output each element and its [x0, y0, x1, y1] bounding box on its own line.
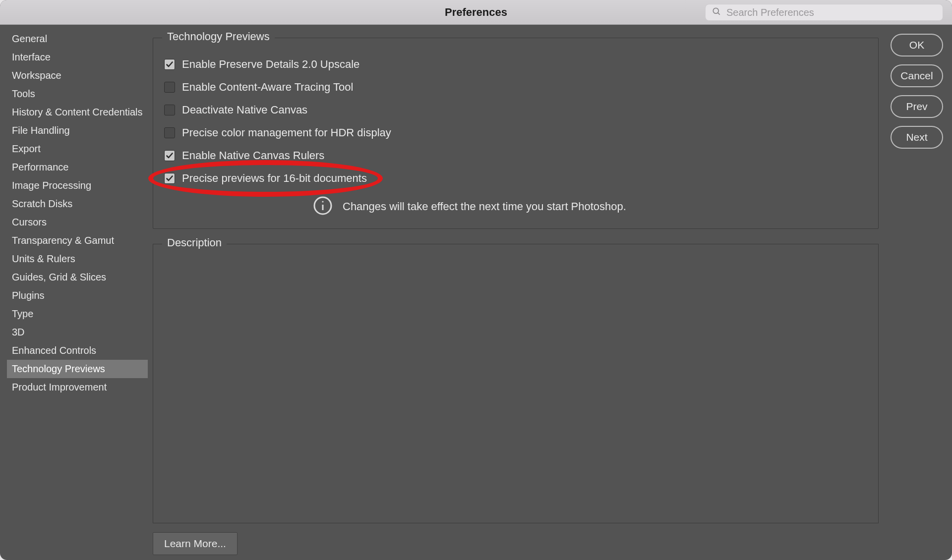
- ok-button[interactable]: OK: [891, 34, 943, 56]
- checkbox[interactable]: [164, 82, 175, 93]
- learn-more-button[interactable]: Learn More...: [153, 532, 238, 555]
- options-list: Enable Preserve Details 2.0 UpscaleEnabl…: [164, 53, 867, 190]
- option-label: Deactivate Native Canvas: [182, 104, 307, 116]
- sidebar-item[interactable]: Units & Rulers: [7, 250, 148, 268]
- info-row: Changes will take effect the next time y…: [313, 196, 867, 218]
- option-label: Enable Content-Aware Tracing Tool: [182, 81, 353, 94]
- sidebar-item[interactable]: Interface: [7, 48, 148, 66]
- window-body: GeneralInterfaceWorkspaceToolsHistory & …: [0, 25, 952, 560]
- option-label: Enable Native Canvas Rulers: [182, 149, 324, 162]
- description-group: Description: [153, 244, 879, 523]
- checkbox[interactable]: [164, 150, 175, 161]
- sidebar-item[interactable]: Enhanced Controls: [7, 341, 148, 360]
- sidebar-item[interactable]: Transparency & Gamut: [7, 231, 148, 250]
- checkbox[interactable]: [164, 127, 175, 138]
- sidebar-item[interactable]: Plugins: [7, 286, 148, 305]
- group-legend: Technology Previews: [162, 30, 275, 43]
- search-icon: [712, 6, 721, 18]
- sidebar-item[interactable]: Performance: [7, 158, 148, 176]
- checkbox[interactable]: [164, 59, 175, 70]
- checkbox[interactable]: [164, 105, 175, 115]
- description-legend: Description: [162, 236, 227, 249]
- sidebar-item[interactable]: File Handling: [7, 121, 148, 140]
- sidebar-item[interactable]: Tools: [7, 85, 148, 103]
- main-panel: Technology Previews Enable Preserve Deta…: [148, 25, 888, 560]
- sidebar-item[interactable]: Cursors: [7, 213, 148, 231]
- info-icon: [313, 196, 333, 218]
- sidebar-item[interactable]: Type: [7, 305, 148, 323]
- option-row: Precise color management for HDR display: [164, 121, 867, 144]
- window-title: Preferences: [445, 6, 507, 19]
- preferences-window: Preferences GeneralInterfaceWorkspaceToo…: [0, 0, 952, 560]
- option-label: Precise color management for HDR display: [182, 126, 391, 139]
- option-label: Precise previews for 16-bit documents: [182, 172, 367, 185]
- info-text: Changes will take effect the next time y…: [343, 200, 626, 213]
- option-row: Precise previews for 16-bit documents: [164, 167, 867, 190]
- prev-button[interactable]: Prev: [891, 95, 943, 118]
- option-row: Enable Content-Aware Tracing Tool: [164, 76, 867, 99]
- option-row: Enable Native Canvas Rulers: [164, 144, 867, 167]
- option-label: Enable Preserve Details 2.0 Upscale: [182, 58, 359, 71]
- right-button-column: OK Cancel Prev Next: [888, 25, 952, 560]
- sidebar-item[interactable]: 3D: [7, 323, 148, 341]
- next-button[interactable]: Next: [891, 126, 943, 149]
- sidebar-item[interactable]: Image Processing: [7, 176, 148, 195]
- sidebar: GeneralInterfaceWorkspaceToolsHistory & …: [7, 30, 148, 555]
- sidebar-item[interactable]: History & Content Credentials: [7, 103, 148, 121]
- option-row: Enable Preserve Details 2.0 Upscale: [164, 53, 867, 76]
- sidebar-item[interactable]: Technology Previews: [7, 360, 148, 378]
- sidebar-item[interactable]: Scratch Disks: [7, 195, 148, 213]
- technology-previews-group: Technology Previews Enable Preserve Deta…: [153, 38, 879, 229]
- sidebar-item[interactable]: Workspace: [7, 66, 148, 85]
- cancel-button[interactable]: Cancel: [891, 64, 943, 87]
- sidebar-item[interactable]: Guides, Grid & Slices: [7, 268, 148, 286]
- svg-point-0: [713, 8, 718, 13]
- sidebar-item[interactable]: Product Improvement: [7, 378, 148, 396]
- checkbox[interactable]: [164, 173, 175, 184]
- search-input[interactable]: [726, 7, 937, 18]
- svg-line-1: [718, 13, 720, 15]
- option-row: Deactivate Native Canvas: [164, 99, 867, 121]
- sidebar-item[interactable]: Export: [7, 140, 148, 158]
- sidebar-item[interactable]: General: [7, 30, 148, 48]
- svg-point-4: [322, 201, 323, 202]
- titlebar: Preferences: [0, 0, 952, 25]
- search-field-wrap[interactable]: [705, 4, 943, 21]
